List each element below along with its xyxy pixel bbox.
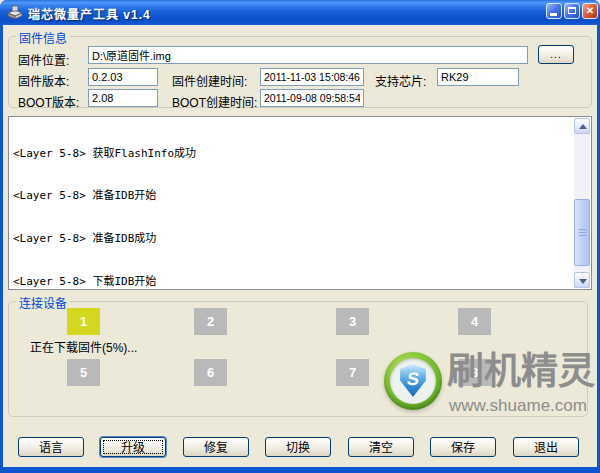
logo-shield-icon: S <box>399 364 427 397</box>
browse-button[interactable]: ... <box>538 45 574 64</box>
log-line: <Layer 5-8> 下载IDB开始 <box>13 275 571 288</box>
boot-version-field[interactable] <box>88 89 158 107</box>
repair-button[interactable]: 修复 <box>183 437 249 457</box>
language-button[interactable]: 语言 <box>18 437 84 457</box>
app-window: 瑞芯微量产工具 v1.4 ✕ 固件信息 固件位置: ... 固件版本: 固件创建… <box>0 0 600 473</box>
scroll-down-icon <box>579 279 587 284</box>
upgrade-button[interactable]: 升级 <box>100 437 166 457</box>
log-scrollbar[interactable] <box>574 118 590 288</box>
scroll-up-icon <box>579 124 587 129</box>
titlebar[interactable]: 瑞芯微量产工具 v1.4 ✕ <box>0 0 600 25</box>
chip-support-label: 支持芯片: <box>375 72 426 89</box>
chip-support-field[interactable] <box>437 68 519 86</box>
device-tile-1: 1 <box>67 308 100 335</box>
firmware-created-label: 固件创建时间: <box>172 72 247 89</box>
device-tile-2: 2 <box>194 308 227 335</box>
firmware-location-input[interactable] <box>88 46 528 64</box>
firmware-info-group-title: 固件信息 <box>16 29 70 46</box>
boot-created-field[interactable] <box>260 89 364 107</box>
logo-inner-ring: S <box>390 358 436 404</box>
device-tile-6: 6 <box>194 359 227 386</box>
devices-group-title: 连接设备 <box>16 294 70 311</box>
boot-created-label: BOOT创建时间: <box>172 93 257 110</box>
scroll-up-button[interactable] <box>574 118 590 134</box>
firmware-created-field[interactable] <box>260 68 364 86</box>
minimize-icon <box>550 13 557 16</box>
close-button[interactable]: ✕ <box>582 3 598 19</box>
firmware-version-field[interactable] <box>88 68 158 86</box>
device-tile-7: 7 <box>336 359 369 386</box>
logo-letter: S <box>398 369 429 390</box>
scrollbar-grip-icon <box>579 229 586 237</box>
device-tile-5: 5 <box>67 359 100 386</box>
minimize-button[interactable] <box>546 3 562 19</box>
device-tile-4: 4 <box>458 308 491 335</box>
log-line: <Layer 5-8> 准备IDB开始 <box>13 189 571 203</box>
maximize-button[interactable] <box>564 3 580 19</box>
scrollbar-thumb[interactable] <box>574 199 590 266</box>
window-title: 瑞芯微量产工具 v1.4 <box>28 5 151 22</box>
boot-version-label: BOOT版本: <box>18 93 79 110</box>
maximize-icon <box>568 7 576 14</box>
close-icon: ✕ <box>583 4 597 18</box>
log-lines: <Layer 5-8> 获取FlashInfo成功 <Layer 5-8> 准备… <box>13 118 571 288</box>
log-panel[interactable]: <Layer 5-8> 获取FlashInfo成功 <Layer 5-8> 准备… <box>8 116 592 290</box>
switch-button[interactable]: 切换 <box>265 437 331 457</box>
log-line: <Layer 5-8> 准备IDB成功 <box>13 232 571 246</box>
log-line: <Layer 5-8> 获取FlashInfo成功 <box>13 147 571 161</box>
firmware-version-label: 固件版本: <box>18 72 69 89</box>
clear-button[interactable]: 清空 <box>348 437 414 457</box>
device-status-text: 正在下载固件(5%)... <box>30 338 137 355</box>
app-icon <box>7 4 23 20</box>
shuame-logo-icon: S <box>384 352 442 410</box>
scroll-down-button[interactable] <box>574 272 590 288</box>
watermark-brand-text: 刷机精灵 <box>447 349 597 395</box>
exit-button[interactable]: 退出 <box>513 437 579 457</box>
device-tile-3: 3 <box>336 308 369 335</box>
save-button[interactable]: 保存 <box>430 437 496 457</box>
firmware-location-label: 固件位置: <box>18 51 69 68</box>
watermark-url-text: www.shuame.com <box>449 396 587 416</box>
